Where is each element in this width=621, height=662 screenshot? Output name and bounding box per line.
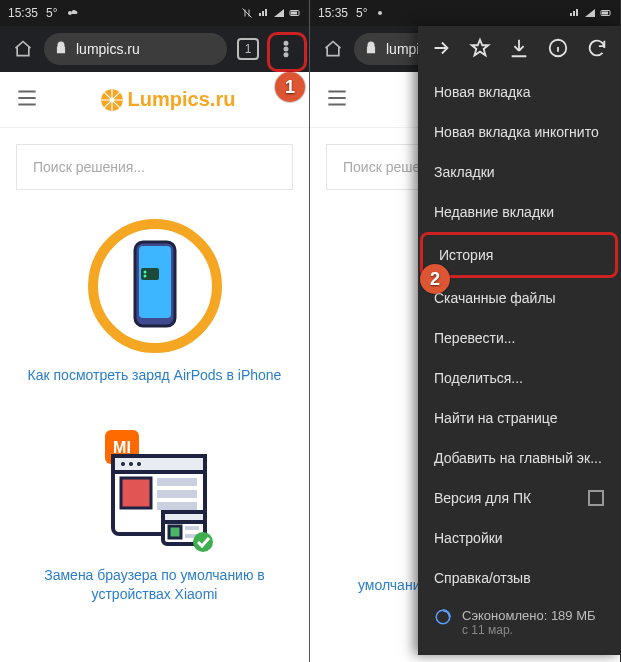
- status-icons: [241, 7, 301, 19]
- menu-item-bookmarks[interactable]: Закладки: [418, 152, 620, 192]
- svg-rect-25: [157, 502, 197, 510]
- data-saver-icon: [434, 608, 452, 626]
- svg-rect-23: [157, 478, 197, 486]
- annotation-1: 1: [275, 72, 305, 102]
- status-temp: 5°: [46, 6, 57, 20]
- weather-icon: [376, 7, 388, 19]
- site-menu-button[interactable]: [14, 85, 40, 115]
- menu-data-saver[interactable]: Сэкономлено: 189 МБ с 11 мар.: [418, 598, 620, 655]
- menu-item-new-tab[interactable]: Новая вкладка: [418, 72, 620, 112]
- svg-rect-12: [141, 268, 159, 280]
- page-content: Поиск решения... Как посмотреть заряд Ai…: [0, 128, 309, 655]
- menu-item-add-home[interactable]: Добавить на главный эк...: [418, 438, 620, 478]
- site-header: Lumpics.ru: [0, 72, 309, 128]
- url-text: lumpics.ru: [76, 41, 140, 57]
- annotation-2: 2: [420, 264, 450, 294]
- article-card-1[interactable]: Как посмотреть заряд AirPods в iPhone: [16, 216, 293, 386]
- browser-overflow-menu: Новая вкладка Новая вкладка инкогнито За…: [418, 26, 620, 655]
- url-field[interactable]: lumpics.ru: [44, 33, 227, 65]
- menu-button[interactable]: [269, 32, 303, 66]
- phone-right: 15:35 5° lumpics Поиск решения... умолча…: [310, 0, 620, 662]
- svg-rect-22: [121, 478, 151, 508]
- menu-item-desktop[interactable]: Версия для ПК: [418, 478, 620, 518]
- lock-icon: [364, 41, 378, 58]
- status-icons: [568, 7, 612, 19]
- menu-forward-button[interactable]: [430, 37, 452, 62]
- phone-left: 15:35 5° lumpics.ru 1 Lumpics.ru Поиск: [0, 0, 310, 662]
- menu-item-history[interactable]: История: [420, 232, 618, 278]
- browser-toolbar: lumpics.ru 1: [0, 26, 309, 72]
- svg-point-3: [284, 42, 287, 45]
- svg-point-5: [284, 53, 287, 56]
- svg-point-21: [137, 462, 141, 466]
- status-bar: 15:35 5°: [0, 0, 309, 26]
- site-logo[interactable]: Lumpics.ru: [40, 88, 295, 112]
- svg-rect-28: [169, 526, 181, 538]
- menu-item-translate[interactable]: Перевести...: [418, 318, 620, 358]
- desktop-checkbox[interactable]: [588, 490, 604, 506]
- card-image-xiaomi: MI: [85, 416, 225, 556]
- svg-rect-34: [602, 12, 608, 15]
- logo-icon: [100, 88, 124, 112]
- svg-rect-24: [157, 490, 197, 498]
- menu-download-button[interactable]: [508, 37, 530, 62]
- svg-rect-27: [163, 512, 205, 522]
- card-title: Замена браузера по умолчанию в устройств…: [16, 566, 293, 605]
- svg-point-32: [378, 11, 382, 15]
- svg-rect-18: [113, 456, 205, 472]
- status-temp: 5°: [356, 6, 367, 20]
- svg-point-19: [121, 462, 125, 466]
- menu-icon-row: [418, 26, 620, 72]
- svg-point-0: [68, 11, 72, 15]
- svg-text:MI: MI: [113, 439, 131, 456]
- menu-item-incognito[interactable]: Новая вкладка инкогнито: [418, 112, 620, 152]
- svg-rect-29: [185, 526, 199, 530]
- site-menu-button[interactable]: [324, 85, 350, 115]
- svg-point-31: [193, 532, 213, 552]
- search-input[interactable]: Поиск решения...: [16, 144, 293, 190]
- home-button[interactable]: [316, 32, 350, 66]
- card-image-airpods: [85, 216, 225, 356]
- menu-reload-button[interactable]: [586, 37, 608, 62]
- svg-point-14: [143, 275, 146, 278]
- tabs-button[interactable]: 1: [231, 32, 265, 66]
- home-button[interactable]: [6, 32, 40, 66]
- status-time: 15:35: [318, 6, 348, 20]
- svg-point-13: [143, 271, 146, 274]
- lock-icon: [54, 41, 68, 58]
- menu-item-recent-tabs[interactable]: Недавние вкладки: [418, 192, 620, 232]
- menu-item-find[interactable]: Найти на странице: [418, 398, 620, 438]
- weather-icon: [66, 7, 78, 19]
- card-title: Как посмотреть заряд AirPods в iPhone: [28, 366, 282, 386]
- svg-rect-2: [291, 12, 297, 15]
- menu-item-share[interactable]: Поделиться...: [418, 358, 620, 398]
- svg-rect-10: [139, 246, 171, 318]
- menu-item-settings[interactable]: Настройки: [418, 518, 620, 558]
- svg-point-4: [284, 47, 287, 50]
- menu-bookmark-button[interactable]: [469, 37, 491, 62]
- article-card-2[interactable]: MI Замена браузера по умолчанию в устрой…: [16, 416, 293, 605]
- menu-item-help[interactable]: Справка/отзыв: [418, 558, 620, 598]
- status-bar: 15:35 5°: [310, 0, 620, 26]
- menu-info-button[interactable]: [547, 37, 569, 62]
- status-time: 15:35: [8, 6, 38, 20]
- svg-point-20: [129, 462, 133, 466]
